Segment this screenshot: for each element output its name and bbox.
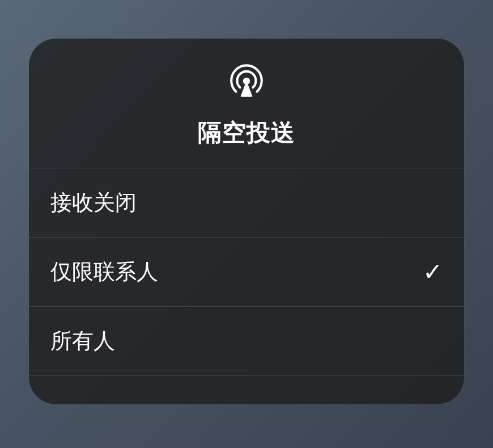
checkmark-icon: ✓: [423, 258, 443, 286]
airdrop-title: 隔空投送: [198, 117, 295, 149]
panel-bottom-space: [29, 376, 464, 404]
option-receiving-off[interactable]: 接收关闭 ✓: [29, 168, 464, 238]
airdrop-icon: [228, 62, 265, 100]
option-label: 所有人: [50, 327, 115, 356]
airdrop-options: 接收关闭 ✓ 仅限联系人 ✓ 所有人 ✓: [29, 168, 464, 376]
airdrop-panel: 隔空投送 接收关闭 ✓ 仅限联系人 ✓ 所有人 ✓: [29, 39, 464, 404]
option-contacts-only[interactable]: 仅限联系人 ✓: [29, 238, 464, 307]
option-label: 仅限联系人: [50, 257, 158, 286]
airdrop-header: 隔空投送: [29, 39, 464, 168]
option-label: 接收关闭: [50, 188, 137, 217]
option-everyone[interactable]: 所有人 ✓: [29, 307, 464, 376]
